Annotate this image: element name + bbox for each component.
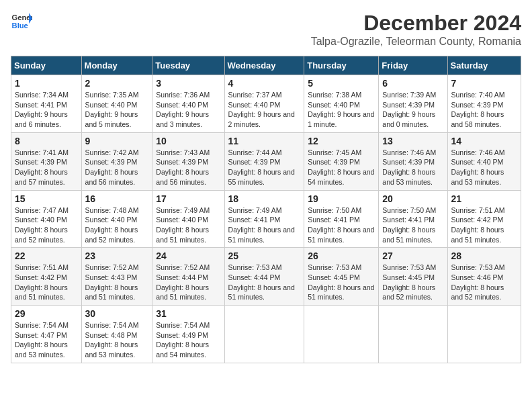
day-number: 18 <box>228 193 301 204</box>
calendar-week-row: 1Sunrise: 7:34 AMSunset: 4:41 PMDaylight… <box>11 75 521 133</box>
day-number: 13 <box>382 136 443 146</box>
calendar-cell: 15Sunrise: 7:47 AMSunset: 4:40 PMDayligh… <box>11 190 82 248</box>
svg-text:Blue: Blue <box>12 21 28 30</box>
day-number: 1 <box>15 78 78 89</box>
day-number: 17 <box>156 193 220 204</box>
calendar-cell: 14Sunrise: 7:46 AMSunset: 4:40 PMDayligh… <box>447 132 521 190</box>
day-info: Sunrise: 7:39 AMSunset: 4:39 PMDaylight:… <box>382 90 443 130</box>
weekday-header-sunday: Sunday <box>11 56 82 75</box>
calendar-cell: 25Sunrise: 7:53 AMSunset: 4:44 PMDayligh… <box>224 248 304 306</box>
day-info: Sunrise: 7:48 AMSunset: 4:40 PMDaylight:… <box>85 205 149 245</box>
day-info: Sunrise: 7:41 AMSunset: 4:39 PMDaylight:… <box>15 148 78 187</box>
calendar-cell: 27Sunrise: 7:53 AMSunset: 4:45 PMDayligh… <box>379 248 447 306</box>
weekday-header-tuesday: Tuesday <box>152 56 224 75</box>
day-number: 5 <box>308 78 375 89</box>
title-block: December 2024 Talpa-Ograzile, Teleorman … <box>311 11 521 48</box>
day-number: 12 <box>308 136 375 146</box>
day-info: Sunrise: 7:44 AMSunset: 4:39 PMDaylight:… <box>228 148 301 187</box>
calendar-cell: 7Sunrise: 7:40 AMSunset: 4:39 PMDaylight… <box>447 75 521 133</box>
calendar-week-row: 8Sunrise: 7:41 AMSunset: 4:39 PMDaylight… <box>11 132 521 190</box>
day-number: 19 <box>308 193 375 204</box>
day-number: 23 <box>85 250 149 261</box>
day-info: Sunrise: 7:49 AMSunset: 4:40 PMDaylight:… <box>156 205 220 245</box>
day-number: 11 <box>228 136 301 146</box>
weekday-header-wednesday: Wednesday <box>224 56 304 75</box>
calendar-cell: 16Sunrise: 7:48 AMSunset: 4:40 PMDayligh… <box>81 190 152 248</box>
day-number: 10 <box>156 136 220 146</box>
day-info: Sunrise: 7:42 AMSunset: 4:39 PMDaylight:… <box>85 148 149 187</box>
calendar-cell: 13Sunrise: 7:46 AMSunset: 4:39 PMDayligh… <box>379 132 447 190</box>
calendar-cell: 17Sunrise: 7:49 AMSunset: 4:40 PMDayligh… <box>152 190 224 248</box>
day-number: 22 <box>15 250 78 261</box>
weekday-header-saturday: Saturday <box>447 56 521 75</box>
calendar-cell: 10Sunrise: 7:43 AMSunset: 4:39 PMDayligh… <box>152 132 224 190</box>
day-number: 20 <box>382 193 443 204</box>
calendar-cell: 3Sunrise: 7:36 AMSunset: 4:40 PMDaylight… <box>152 75 224 133</box>
day-number: 14 <box>451 136 517 146</box>
day-info: Sunrise: 7:46 AMSunset: 4:40 PMDaylight:… <box>451 148 517 187</box>
logo-icon: General Blue <box>11 11 32 32</box>
calendar-cell: 21Sunrise: 7:51 AMSunset: 4:42 PMDayligh… <box>447 190 521 248</box>
weekday-header-row: SundayMondayTuesdayWednesdayThursdayFrid… <box>11 56 521 75</box>
calendar-cell: 20Sunrise: 7:50 AMSunset: 4:41 PMDayligh… <box>379 190 447 248</box>
day-number: 16 <box>85 193 149 204</box>
calendar-cell <box>447 306 521 363</box>
day-number: 25 <box>228 250 301 261</box>
day-info: Sunrise: 7:52 AMSunset: 4:43 PMDaylight:… <box>85 263 149 302</box>
day-info: Sunrise: 7:37 AMSunset: 4:40 PMDaylight:… <box>228 90 301 130</box>
logo: General Blue <box>11 11 32 32</box>
day-number: 29 <box>15 308 78 319</box>
day-number: 24 <box>156 250 220 261</box>
day-info: Sunrise: 7:53 AMSunset: 4:46 PMDaylight:… <box>451 263 517 302</box>
calendar-cell: 31Sunrise: 7:54 AMSunset: 4:49 PMDayligh… <box>152 306 224 363</box>
calendar-cell: 6Sunrise: 7:39 AMSunset: 4:39 PMDaylight… <box>379 75 447 133</box>
day-number: 27 <box>382 250 443 261</box>
calendar-cell <box>304 306 379 363</box>
calendar-cell: 30Sunrise: 7:54 AMSunset: 4:48 PMDayligh… <box>81 306 152 363</box>
day-number: 31 <box>156 308 220 319</box>
day-info: Sunrise: 7:40 AMSunset: 4:39 PMDaylight:… <box>451 90 517 130</box>
calendar-cell <box>224 306 304 363</box>
calendar-cell: 8Sunrise: 7:41 AMSunset: 4:39 PMDaylight… <box>11 132 82 190</box>
day-number: 21 <box>451 193 517 204</box>
page-header: General Blue December 2024 Talpa-Ograzil… <box>11 11 521 48</box>
day-info: Sunrise: 7:54 AMSunset: 4:48 PMDaylight:… <box>85 320 149 360</box>
day-info: Sunrise: 7:38 AMSunset: 4:40 PMDaylight:… <box>308 90 375 130</box>
day-info: Sunrise: 7:47 AMSunset: 4:40 PMDaylight:… <box>15 205 78 245</box>
calendar-cell: 22Sunrise: 7:51 AMSunset: 4:42 PMDayligh… <box>11 248 82 306</box>
day-info: Sunrise: 7:50 AMSunset: 4:41 PMDaylight:… <box>382 205 443 245</box>
day-number: 26 <box>308 250 375 261</box>
day-number: 8 <box>15 136 78 146</box>
calendar-cell: 19Sunrise: 7:50 AMSunset: 4:41 PMDayligh… <box>304 190 379 248</box>
day-number: 4 <box>228 78 301 89</box>
calendar-cell: 28Sunrise: 7:53 AMSunset: 4:46 PMDayligh… <box>447 248 521 306</box>
day-info: Sunrise: 7:36 AMSunset: 4:40 PMDaylight:… <box>156 90 220 130</box>
day-number: 30 <box>85 308 149 319</box>
calendar-cell: 11Sunrise: 7:44 AMSunset: 4:39 PMDayligh… <box>224 132 304 190</box>
day-info: Sunrise: 7:35 AMSunset: 4:40 PMDaylight:… <box>85 90 149 130</box>
calendar-cell: 12Sunrise: 7:45 AMSunset: 4:39 PMDayligh… <box>304 132 379 190</box>
day-number: 15 <box>15 193 78 204</box>
calendar-cell: 26Sunrise: 7:53 AMSunset: 4:45 PMDayligh… <box>304 248 379 306</box>
day-info: Sunrise: 7:53 AMSunset: 4:45 PMDaylight:… <box>308 263 375 302</box>
month-title: December 2024 <box>311 11 521 36</box>
calendar-cell <box>379 306 447 363</box>
day-info: Sunrise: 7:51 AMSunset: 4:42 PMDaylight:… <box>451 205 517 245</box>
day-info: Sunrise: 7:53 AMSunset: 4:44 PMDaylight:… <box>228 263 301 302</box>
day-number: 6 <box>382 78 443 89</box>
calendar-cell: 2Sunrise: 7:35 AMSunset: 4:40 PMDaylight… <box>81 75 152 133</box>
day-info: Sunrise: 7:46 AMSunset: 4:39 PMDaylight:… <box>382 148 443 187</box>
day-info: Sunrise: 7:53 AMSunset: 4:45 PMDaylight:… <box>382 263 443 302</box>
calendar-cell: 9Sunrise: 7:42 AMSunset: 4:39 PMDaylight… <box>81 132 152 190</box>
day-info: Sunrise: 7:49 AMSunset: 4:41 PMDaylight:… <box>228 205 301 245</box>
calendar-cell: 18Sunrise: 7:49 AMSunset: 4:41 PMDayligh… <box>224 190 304 248</box>
calendar-week-row: 29Sunrise: 7:54 AMSunset: 4:47 PMDayligh… <box>11 306 521 363</box>
day-info: Sunrise: 7:45 AMSunset: 4:39 PMDaylight:… <box>308 148 375 187</box>
calendar-table: SundayMondayTuesdayWednesdayThursdayFrid… <box>11 56 521 363</box>
calendar-cell: 23Sunrise: 7:52 AMSunset: 4:43 PMDayligh… <box>81 248 152 306</box>
day-number: 9 <box>85 136 149 146</box>
calendar-week-row: 15Sunrise: 7:47 AMSunset: 4:40 PMDayligh… <box>11 190 521 248</box>
day-info: Sunrise: 7:52 AMSunset: 4:44 PMDaylight:… <box>156 263 220 302</box>
calendar-week-row: 22Sunrise: 7:51 AMSunset: 4:42 PMDayligh… <box>11 248 521 306</box>
location-title: Talpa-Ograzile, Teleorman County, Romani… <box>311 36 521 48</box>
